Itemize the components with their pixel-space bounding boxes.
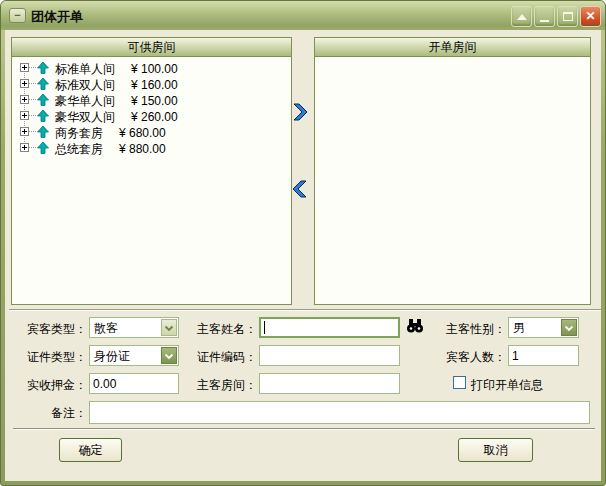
room-up-arrow-icon [37,142,49,154]
id-code-input[interactable] [259,345,400,366]
available-rooms-header: 可供房间 [12,38,291,57]
deposit-input[interactable] [89,373,179,394]
id-type-value: 身份证 [94,348,130,365]
available-room-list[interactable]: 标准单人间¥ 100.00 标准双人间¥ 160.00 豪华单人间¥ 150.0… [12,58,291,304]
rollup-icon [517,14,527,20]
find-binoculars-icon[interactable] [406,318,424,334]
room-type-name: 总统套房¥ 880.00 [55,141,166,158]
room-price: ¥ 260.00 [131,110,178,124]
main-guest-name-label: 主客姓名： [185,321,257,338]
rollup-button[interactable] [511,6,532,27]
guest-count-input[interactable] [508,345,579,366]
guest-type-value: 散客 [94,320,118,337]
move-left-icon[interactable] [290,179,310,199]
room-type-row[interactable]: 豪华单人间¥ 150.00 [12,92,291,108]
room-type-row[interactable]: 豪华双人间¥ 260.00 [12,108,291,124]
available-rooms-panel: 可供房间 标准单人间¥ 100.00 标准双人间¥ 160.00 豪华单人间¥ … [11,37,292,305]
minimize-icon [540,20,549,22]
tree-connector [29,99,36,100]
expand-plus-icon[interactable] [20,79,29,88]
tree-connector [29,83,36,84]
maximize-button[interactable] [557,6,578,27]
room-up-arrow-icon [37,94,49,106]
text-cursor [264,321,265,334]
minimize-button[interactable] [534,6,555,27]
tree-connector [29,147,36,148]
gender-dropdown-button[interactable] [561,319,577,336]
room-up-arrow-icon [37,110,49,122]
print-info-checkbox[interactable] [453,376,466,389]
room-price: ¥ 100.00 [131,62,178,76]
billed-rooms-header: 开单房间 [315,38,590,57]
guest-type-dropdown-button[interactable] [161,319,177,336]
billed-rooms-panel: 开单房间 [314,37,591,305]
dialog-window: − 团体开单 ✕ 可供房间 标准单人间¥ 100.00 标准双人间¥ 160.0… [0,0,606,486]
buttons-separator [13,428,595,430]
room-type-row[interactable]: 标准单人间¥ 100.00 [12,60,291,76]
gender-value: 男 [513,320,525,337]
gender-label: 主客性别： [434,321,506,338]
ok-button[interactable]: 确定 [59,438,122,462]
guest-count-label: 宾客人数： [434,349,506,366]
move-right-icon[interactable] [290,102,310,122]
system-menu-icon[interactable]: − [9,8,26,23]
room-type-row[interactable]: 标准双人间¥ 160.00 [12,76,291,92]
form-separator [9,309,601,311]
guest-type-combobox[interactable]: 散客 [89,317,179,338]
remarks-input[interactable] [89,401,590,424]
tree-connector [29,115,36,116]
deposit-label: 实收押金： [15,377,87,394]
room-up-arrow-icon [37,126,49,138]
remarks-label: 备注： [15,405,87,422]
cancel-button[interactable]: 取消 [458,438,533,462]
main-guest-room-input[interactable] [259,373,400,394]
id-type-dropdown-button[interactable] [161,347,177,364]
id-type-combobox[interactable]: 身份证 [89,345,179,366]
titlebar[interactable]: − 团体开单 ✕ [1,1,605,30]
billed-room-list[interactable] [315,58,590,304]
room-price: ¥ 160.00 [131,78,178,92]
room-price: ¥ 150.00 [131,94,178,108]
gender-combobox[interactable]: 男 [508,317,579,338]
guest-type-label: 宾客类型： [15,321,87,338]
room-type-row[interactable]: 总统套房¥ 880.00 [12,140,291,156]
tree-connector [29,131,36,132]
id-type-label: 证件类型： [15,349,87,366]
expand-plus-icon[interactable] [20,111,29,120]
room-price: ¥ 880.00 [119,142,166,156]
id-code-label: 证件编码： [185,349,257,366]
expand-plus-icon[interactable] [20,127,29,136]
maximize-icon [563,12,573,21]
expand-plus-icon[interactable] [20,95,29,104]
print-info-label: 打印开单信息 [471,377,543,394]
expand-plus-icon[interactable] [20,143,29,152]
close-button[interactable]: ✕ [580,6,601,27]
main-guest-room-label: 主客房间： [185,377,257,394]
room-up-arrow-icon [37,62,49,74]
room-up-arrow-icon [37,78,49,90]
main-guest-name-input[interactable] [259,317,400,338]
room-type-row[interactable]: 商务套房¥ 680.00 [12,124,291,140]
room-price: ¥ 680.00 [119,126,166,140]
window-title: 团体开单 [31,8,83,26]
expand-plus-icon[interactable] [20,63,29,72]
tree-connector [29,67,36,68]
